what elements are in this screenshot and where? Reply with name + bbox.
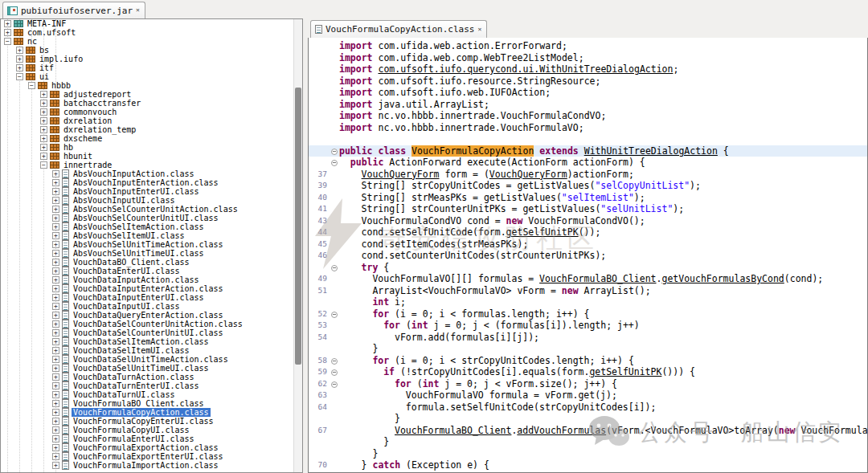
- tree-item[interactable]: +VouchDataSelCounterUnitAction.class: [1, 320, 302, 328]
- tree-item[interactable]: +VouchFormulaImportAction.class: [1, 461, 302, 470]
- expand-icon[interactable]: +: [52, 312, 59, 319]
- expand-icon[interactable]: +: [52, 259, 59, 266]
- fold-collapse-icon[interactable]: [331, 312, 338, 318]
- package-tree[interactable]: +META-INF+com.ufsoft−nc+bs+impl.iufo+itf…: [0, 18, 303, 473]
- expand-icon[interactable]: +: [4, 29, 11, 36]
- expand-icon[interactable]: +: [52, 179, 59, 186]
- tree-item[interactable]: +AbsVouchSelCounterUnitAction.class: [1, 205, 302, 214]
- expand-icon[interactable]: +: [40, 153, 47, 160]
- tree-item[interactable]: −nc: [1, 37, 302, 46]
- expand-icon[interactable]: +: [52, 338, 59, 345]
- tree-item[interactable]: +VouchDataEnterUI.class: [1, 267, 302, 275]
- tree-item[interactable]: +VouchDataBO_Client.class: [1, 258, 302, 267]
- expand-icon[interactable]: +: [52, 400, 59, 407]
- collapse-icon[interactable]: −: [16, 73, 23, 80]
- fold-collapse-icon[interactable]: [331, 381, 338, 388]
- tree-item[interactable]: +AbsVouchInputEnterAction.class: [1, 178, 302, 187]
- close-icon[interactable]: ✕: [136, 7, 140, 14]
- expand-icon[interactable]: +: [16, 64, 23, 71]
- tab-class-file[interactable]: VouchFormulaCopyAction.class ✕: [310, 20, 487, 38]
- expand-icon[interactable]: +: [52, 223, 59, 230]
- expand-icon[interactable]: +: [52, 206, 59, 213]
- tree-item[interactable]: +impl.iufo: [1, 55, 302, 63]
- expand-icon[interactable]: +: [52, 462, 59, 469]
- tree-item[interactable]: +AbsVouchSelUnitTimeUI.class: [1, 249, 302, 258]
- expand-icon[interactable]: +: [52, 373, 59, 381]
- tree-item[interactable]: +VouchFormulaCopyEnterUI.class: [1, 417, 302, 426]
- tree-item[interactable]: +batchacctransfer: [1, 99, 302, 108]
- fold-collapse-icon[interactable]: [331, 358, 338, 365]
- collapse-icon[interactable]: −: [40, 161, 47, 169]
- expand-icon[interactable]: +: [52, 232, 59, 239]
- expand-icon[interactable]: +: [16, 47, 23, 54]
- tree-item[interactable]: +VouchDataTurnAction.class: [1, 373, 302, 381]
- expand-icon[interactable]: +: [16, 55, 23, 63]
- tree-item[interactable]: +AbsVouchSelCounterUnitUI.class: [1, 214, 302, 222]
- expand-icon[interactable]: +: [52, 347, 59, 354]
- tree-item[interactable]: +dxrelation: [1, 116, 302, 125]
- tree-item[interactable]: +META-INF: [1, 19, 302, 28]
- expand-icon[interactable]: +: [52, 329, 59, 336]
- tree-item[interactable]: −innertrade: [1, 161, 302, 169]
- collapse-icon[interactable]: −: [4, 38, 11, 45]
- tree-item[interactable]: +adjustedreport: [1, 90, 302, 99]
- tree-item[interactable]: +VouchFormulaExportAction.class: [1, 443, 302, 452]
- expand-icon[interactable]: +: [52, 409, 59, 416]
- expand-icon[interactable]: +: [52, 320, 59, 328]
- expand-icon[interactable]: +: [52, 382, 59, 389]
- tree-item[interactable]: +VouchDataSelUnitTimeUI.class: [1, 364, 302, 373]
- expand-icon[interactable]: +: [52, 197, 59, 204]
- tree-item[interactable]: +AbsVouchSelItemAction.class: [1, 222, 302, 231]
- expand-icon[interactable]: +: [40, 144, 47, 151]
- tree-item[interactable]: +AbsVouchSelUnitTimeAction.class: [1, 240, 302, 249]
- tree-item[interactable]: −hbbb: [1, 81, 302, 90]
- tree-item[interactable]: +VouchFormulaCopyAction.class: [1, 408, 302, 417]
- tab-jar-file[interactable]: pubiufoiufoserver.jar ✕: [2, 2, 145, 18]
- tree-item[interactable]: +AbsVouchInputUI.class: [1, 196, 302, 205]
- expand-icon[interactable]: +: [52, 444, 59, 451]
- tree-item[interactable]: +VouchDataInputUI.class: [1, 302, 302, 311]
- tree-item[interactable]: +VouchDataSelItemAction.class: [1, 337, 302, 346]
- fold-collapse-icon[interactable]: [331, 160, 338, 166]
- tree-item[interactable]: +VouchDataInputEnterAction.class: [1, 284, 302, 293]
- tree-item[interactable]: +commonvouch: [1, 108, 302, 116]
- fold-collapse-icon[interactable]: [331, 149, 338, 155]
- collapse-icon[interactable]: −: [28, 82, 35, 89]
- expand-icon[interactable]: +: [52, 453, 59, 460]
- tree-item[interactable]: +VouchFormulaEnterUI.class: [1, 434, 302, 443]
- expand-icon[interactable]: +: [40, 135, 47, 142]
- expand-icon[interactable]: +: [52, 294, 59, 301]
- tree-item[interactable]: +dxscheme: [1, 134, 302, 143]
- expand-icon[interactable]: +: [52, 426, 59, 434]
- expand-icon[interactable]: +: [52, 267, 59, 275]
- close-icon[interactable]: ✕: [477, 27, 481, 33]
- expand-icon[interactable]: +: [52, 303, 59, 310]
- expand-icon[interactable]: +: [52, 276, 59, 283]
- expand-icon[interactable]: +: [52, 241, 59, 248]
- expand-icon[interactable]: +: [40, 108, 47, 116]
- expand-icon[interactable]: +: [52, 418, 59, 425]
- tree-item[interactable]: +VouchDataInputEnterUI.class: [1, 293, 302, 302]
- expand-icon[interactable]: +: [40, 126, 47, 133]
- fold-collapse-icon[interactable]: [331, 265, 338, 271]
- expand-icon[interactable]: +: [40, 117, 47, 124]
- expand-icon[interactable]: +: [52, 435, 59, 442]
- tree-item[interactable]: +VouchDataSelCounterUnitUI.class: [1, 328, 302, 337]
- expand-icon[interactable]: +: [52, 391, 59, 398]
- tree-item[interactable]: +VouchDataInputAction.class: [1, 275, 302, 284]
- tree-item[interactable]: +VouchFormulaBO_Client.class: [1, 399, 302, 408]
- expand-icon[interactable]: +: [40, 91, 47, 98]
- tree-item[interactable]: +VouchDataSelItemUI.class: [1, 346, 302, 355]
- expand-icon[interactable]: +: [52, 214, 59, 222]
- tree-item[interactable]: +VouchFormulaExportEnterUI.class: [1, 452, 302, 461]
- tree-item[interactable]: +AbsVouchInputEnterUI.class: [1, 187, 302, 196]
- expand-icon[interactable]: +: [52, 250, 59, 257]
- tree-item[interactable]: +VouchDataSelUnitTimeAction.class: [1, 355, 302, 364]
- tree-item[interactable]: +bs: [1, 46, 302, 55]
- expand-icon[interactable]: +: [4, 20, 11, 27]
- tree-item[interactable]: +AbsVouchSelItemUI.class: [1, 231, 302, 240]
- expand-icon[interactable]: +: [40, 100, 47, 107]
- fold-collapse-icon[interactable]: [331, 369, 338, 376]
- tree-scrollbar[interactable]: [293, 19, 302, 472]
- tree-item[interactable]: +VouchFormulaCopyUI.class: [1, 426, 302, 434]
